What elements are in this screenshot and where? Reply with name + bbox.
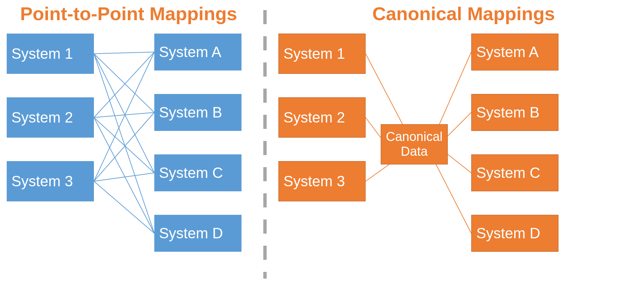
svg-line-4 xyxy=(94,52,154,117)
right-title: Canonical Mappings xyxy=(372,3,555,25)
canon-right-node-a: System A xyxy=(471,34,558,70)
svg-line-18 xyxy=(436,164,471,233)
p2p-left-node-2: System 2 xyxy=(7,97,94,138)
p2p-right-node-c: System C xyxy=(154,154,241,191)
svg-line-6 xyxy=(94,117,154,173)
canonical-hub: Canonical Data xyxy=(381,124,448,164)
canon-right-node-c: System C xyxy=(471,154,558,191)
hub-label-line2: Data xyxy=(401,144,428,159)
svg-line-16 xyxy=(448,112,471,136)
p2p-left-node-1: System 1 xyxy=(7,34,94,74)
svg-line-0 xyxy=(94,52,154,54)
svg-line-17 xyxy=(448,154,471,173)
svg-line-1 xyxy=(94,54,154,112)
left-title: Point-to-Point Mappings xyxy=(20,3,237,25)
svg-line-9 xyxy=(94,112,154,181)
p2p-right-node-a: System A xyxy=(154,34,241,70)
canon-right-node-b: System B xyxy=(471,94,558,131)
p2p-connections xyxy=(94,52,154,233)
p2p-left-node-3: System 3 xyxy=(7,161,94,201)
svg-line-14 xyxy=(366,164,389,181)
canon-right-node-d: System D xyxy=(471,215,558,252)
p2p-right-node-b: System B xyxy=(154,94,241,131)
canon-left-node-2: System 2 xyxy=(278,97,366,138)
canon-left-node-3: System 3 xyxy=(278,161,366,201)
svg-line-3 xyxy=(94,54,154,233)
p2p-right-node-d: System D xyxy=(154,215,241,252)
canon-left-node-1: System 1 xyxy=(278,34,366,74)
svg-line-13 xyxy=(366,117,381,138)
svg-line-7 xyxy=(94,117,154,233)
svg-line-15 xyxy=(439,52,471,124)
svg-line-10 xyxy=(94,173,154,181)
hub-label-line1: Canonical xyxy=(386,130,443,144)
svg-line-12 xyxy=(366,54,402,124)
